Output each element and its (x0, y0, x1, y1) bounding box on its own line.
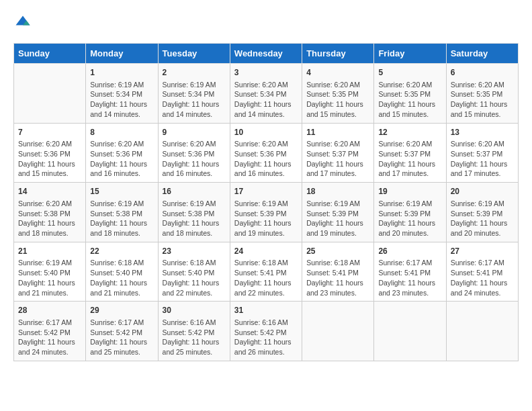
day-content: Sunrise: 6:16 AM Sunset: 5:42 PM Dayligh… (163, 318, 226, 357)
day-number: 22 (90, 246, 153, 257)
weekday-header-monday: Monday (86, 44, 158, 64)
logo (13, 13, 35, 32)
calendar-cell: 10Sunrise: 6:20 AM Sunset: 5:36 PM Dayli… (230, 123, 302, 183)
day-content: Sunrise: 6:20 AM Sunset: 5:35 PM Dayligh… (378, 80, 441, 120)
day-content: Sunrise: 6:20 AM Sunset: 5:35 PM Dayligh… (306, 80, 369, 120)
day-number: 3 (234, 67, 298, 79)
day-number: 14 (18, 186, 81, 197)
calendar-cell: 6Sunrise: 6:20 AM Sunset: 5:35 PM Daylig… (446, 64, 518, 124)
day-number: 8 (90, 127, 153, 138)
day-content: Sunrise: 6:18 AM Sunset: 5:40 PM Dayligh… (163, 258, 226, 298)
day-content: Sunrise: 6:18 AM Sunset: 5:41 PM Dayligh… (234, 258, 298, 298)
calendar-header: SundayMondayTuesdayWednesdayThursdayFrid… (14, 44, 519, 64)
day-content: Sunrise: 6:20 AM Sunset: 5:36 PM Dayligh… (234, 139, 298, 179)
day-number: 20 (451, 186, 514, 197)
calendar-cell: 25Sunrise: 6:18 AM Sunset: 5:41 PM Dayli… (302, 242, 374, 302)
day-content: Sunrise: 6:19 AM Sunset: 5:40 PM Dayligh… (18, 258, 81, 298)
weekday-header-wednesday: Wednesday (230, 44, 302, 64)
day-content: Sunrise: 6:19 AM Sunset: 5:39 PM Dayligh… (378, 199, 441, 238)
day-number: 16 (163, 186, 226, 197)
day-content: Sunrise: 6:17 AM Sunset: 5:42 PM Dayligh… (18, 318, 81, 357)
day-number: 2 (163, 67, 226, 79)
day-content: Sunrise: 6:17 AM Sunset: 5:41 PM Dayligh… (378, 258, 441, 298)
day-number: 24 (234, 246, 298, 257)
calendar-cell: 8Sunrise: 6:20 AM Sunset: 5:36 PM Daylig… (86, 123, 158, 183)
calendar-week-row: 1Sunrise: 6:19 AM Sunset: 5:34 PM Daylig… (14, 64, 519, 124)
weekday-header-friday: Friday (374, 44, 446, 64)
calendar-cell (374, 302, 446, 361)
day-content: Sunrise: 6:20 AM Sunset: 5:36 PM Dayligh… (163, 139, 226, 179)
calendar-cell: 4Sunrise: 6:20 AM Sunset: 5:35 PM Daylig… (302, 64, 374, 124)
weekday-header-saturday: Saturday (446, 44, 518, 64)
day-number: 4 (306, 67, 369, 79)
day-number: 9 (163, 127, 226, 138)
day-content: Sunrise: 6:16 AM Sunset: 5:42 PM Dayligh… (234, 318, 298, 357)
calendar-cell: 5Sunrise: 6:20 AM Sunset: 5:35 PM Daylig… (374, 64, 446, 124)
weekday-header-sunday: Sunday (14, 44, 86, 64)
calendar-cell (14, 64, 86, 124)
calendar-cell (446, 302, 518, 361)
calendar-cell: 14Sunrise: 6:20 AM Sunset: 5:38 PM Dayli… (14, 183, 86, 242)
day-number: 25 (306, 246, 369, 257)
calendar-week-row: 28Sunrise: 6:17 AM Sunset: 5:42 PM Dayli… (14, 302, 519, 361)
calendar-cell: 15Sunrise: 6:19 AM Sunset: 5:38 PM Dayli… (86, 183, 158, 242)
calendar-cell: 24Sunrise: 6:18 AM Sunset: 5:41 PM Dayli… (230, 242, 302, 302)
calendar-week-row: 14Sunrise: 6:20 AM Sunset: 5:38 PM Dayli… (14, 183, 519, 242)
day-content: Sunrise: 6:19 AM Sunset: 5:38 PM Dayligh… (90, 199, 153, 238)
calendar-week-row: 21Sunrise: 6:19 AM Sunset: 5:40 PM Dayli… (14, 242, 519, 302)
calendar-cell: 23Sunrise: 6:18 AM Sunset: 5:40 PM Dayli… (158, 242, 230, 302)
day-number: 10 (234, 127, 298, 138)
day-content: Sunrise: 6:20 AM Sunset: 5:37 PM Dayligh… (306, 139, 369, 179)
day-content: Sunrise: 6:19 AM Sunset: 5:34 PM Dayligh… (90, 80, 153, 120)
day-content: Sunrise: 6:19 AM Sunset: 5:39 PM Dayligh… (234, 199, 298, 238)
calendar-cell: 7Sunrise: 6:20 AM Sunset: 5:36 PM Daylig… (14, 123, 86, 183)
calendar-cell (302, 302, 374, 361)
calendar-cell: 3Sunrise: 6:20 AM Sunset: 5:34 PM Daylig… (230, 64, 302, 124)
day-number: 23 (163, 246, 226, 257)
day-content: Sunrise: 6:20 AM Sunset: 5:38 PM Dayligh… (18, 199, 81, 238)
day-number: 31 (234, 305, 298, 316)
calendar-cell: 17Sunrise: 6:19 AM Sunset: 5:39 PM Dayli… (230, 183, 302, 242)
calendar-cell: 1Sunrise: 6:19 AM Sunset: 5:34 PM Daylig… (86, 64, 158, 124)
calendar-cell: 31Sunrise: 6:16 AM Sunset: 5:42 PM Dayli… (230, 302, 302, 361)
calendar-cell: 22Sunrise: 6:18 AM Sunset: 5:40 PM Dayli… (86, 242, 158, 302)
calendar-cell: 13Sunrise: 6:20 AM Sunset: 5:37 PM Dayli… (446, 123, 518, 183)
calendar-cell: 16Sunrise: 6:19 AM Sunset: 5:38 PM Dayli… (158, 183, 230, 242)
calendar-cell: 29Sunrise: 6:17 AM Sunset: 5:42 PM Dayli… (86, 302, 158, 361)
calendar-week-row: 7Sunrise: 6:20 AM Sunset: 5:36 PM Daylig… (14, 123, 519, 183)
weekday-header-thursday: Thursday (302, 44, 374, 64)
day-content: Sunrise: 6:20 AM Sunset: 5:36 PM Dayligh… (90, 139, 153, 179)
calendar-cell: 21Sunrise: 6:19 AM Sunset: 5:40 PM Dayli… (14, 242, 86, 302)
day-number: 5 (378, 67, 441, 79)
day-content: Sunrise: 6:19 AM Sunset: 5:39 PM Dayligh… (306, 199, 369, 238)
day-number: 6 (451, 67, 514, 79)
day-content: Sunrise: 6:20 AM Sunset: 5:35 PM Dayligh… (451, 80, 514, 120)
calendar-cell: 12Sunrise: 6:20 AM Sunset: 5:37 PM Dayli… (374, 123, 446, 183)
day-content: Sunrise: 6:17 AM Sunset: 5:42 PM Dayligh… (90, 318, 153, 357)
day-content: Sunrise: 6:20 AM Sunset: 5:36 PM Dayligh… (18, 139, 81, 179)
calendar-cell: 26Sunrise: 6:17 AM Sunset: 5:41 PM Dayli… (374, 242, 446, 302)
day-number: 1 (90, 67, 153, 79)
day-content: Sunrise: 6:18 AM Sunset: 5:40 PM Dayligh… (90, 258, 153, 298)
day-content: Sunrise: 6:20 AM Sunset: 5:37 PM Dayligh… (378, 139, 441, 179)
day-content: Sunrise: 6:19 AM Sunset: 5:38 PM Dayligh… (163, 199, 226, 238)
calendar-cell: 27Sunrise: 6:17 AM Sunset: 5:41 PM Dayli… (446, 242, 518, 302)
calendar-cell: 9Sunrise: 6:20 AM Sunset: 5:36 PM Daylig… (158, 123, 230, 183)
day-number: 12 (378, 127, 441, 138)
day-number: 26 (378, 246, 441, 257)
calendar-table: SundayMondayTuesdayWednesdayThursdayFrid… (13, 43, 519, 361)
day-content: Sunrise: 6:20 AM Sunset: 5:34 PM Dayligh… (234, 80, 298, 120)
day-number: 30 (163, 305, 226, 316)
weekday-header-row: SundayMondayTuesdayWednesdayThursdayFrid… (14, 44, 519, 64)
calendar-cell: 18Sunrise: 6:19 AM Sunset: 5:39 PM Dayli… (302, 183, 374, 242)
day-number: 29 (90, 305, 153, 316)
day-number: 13 (451, 127, 514, 138)
day-number: 27 (451, 246, 514, 257)
day-number: 11 (306, 127, 369, 138)
weekday-header-tuesday: Tuesday (158, 44, 230, 64)
day-number: 17 (234, 186, 298, 197)
day-number: 15 (90, 186, 153, 197)
calendar-cell: 2Sunrise: 6:19 AM Sunset: 5:34 PM Daylig… (158, 64, 230, 124)
calendar-body: 1Sunrise: 6:19 AM Sunset: 5:34 PM Daylig… (14, 64, 519, 361)
calendar-cell: 20Sunrise: 6:19 AM Sunset: 5:39 PM Dayli… (446, 183, 518, 242)
